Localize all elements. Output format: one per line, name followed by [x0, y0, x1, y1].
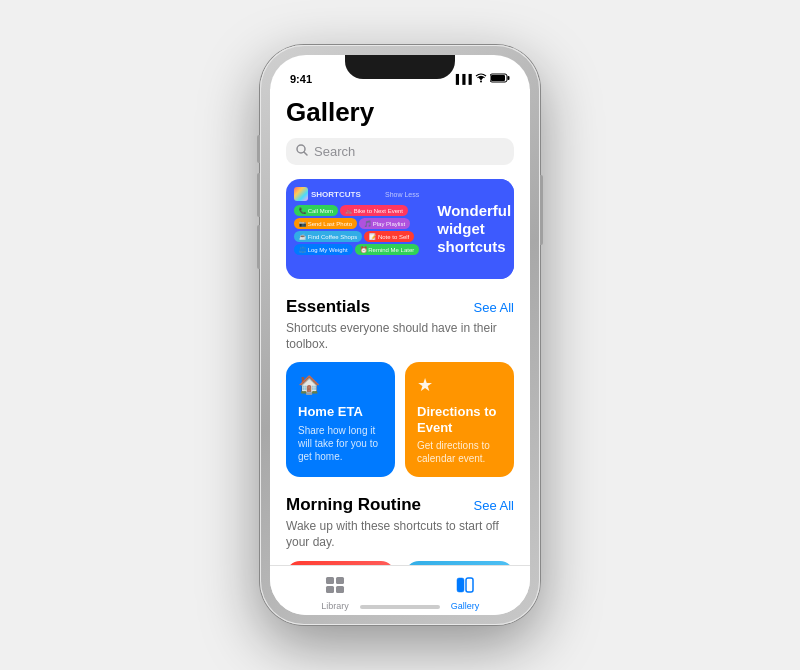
volume-down-button: [257, 225, 260, 269]
morning-title: Morning Routine: [286, 495, 421, 515]
directions-event-card[interactable]: ★ Directions to Event Get directions to …: [405, 362, 514, 477]
essentials-see-all[interactable]: See All: [474, 300, 514, 315]
hero-left-panel: SHORTCUTS Show Less 📞 Call Mom 🚲 Bike to…: [286, 179, 427, 279]
essentials-cards: 🏠 Home ETA Share how long it will take f…: [286, 362, 514, 477]
battery-icon: [490, 73, 510, 85]
shortcut-pill-bike-event[interactable]: 🚲 Bike to Next Event: [340, 205, 408, 216]
status-icons: ▐▐▐: [453, 73, 510, 85]
morning-description: Wake up with these shortcuts to start of…: [286, 519, 514, 550]
morning-card-1[interactable]: ⏰: [286, 561, 395, 565]
shortcut-row-2: 📷 Send Last Photo 🎵 Play Playlist: [294, 218, 419, 229]
search-placeholder: Search: [314, 144, 355, 159]
shortcuts-logo: SHORTCUTS: [294, 187, 361, 201]
home-eta-desc: Share how long it will take for you to g…: [298, 424, 383, 463]
gallery-tab-icon: [455, 576, 475, 599]
directions-icon: ★: [417, 374, 502, 396]
gallery-tab-label: Gallery: [451, 601, 480, 611]
shortcuts-header: SHORTCUTS Show Less: [294, 187, 419, 201]
essentials-section-header: Essentials See All: [286, 297, 514, 317]
search-bar[interactable]: Search: [286, 138, 514, 165]
shortcut-row-4: ⚖️ Log My Weight ⏰ Remind Me Later: [294, 244, 419, 255]
essentials-description: Shortcuts everyone should have in their …: [286, 321, 514, 352]
svg-rect-3: [491, 75, 505, 81]
svg-rect-8: [326, 586, 334, 593]
directions-desc: Get directions to calendar event.: [417, 439, 502, 465]
shortcut-pill-call-mom[interactable]: 📞 Call Mom: [294, 205, 338, 216]
svg-line-5: [304, 152, 307, 155]
shortcut-pill-weight[interactable]: ⚖️ Log My Weight: [294, 244, 353, 255]
shortcut-pill-send-photo[interactable]: 📷 Send Last Photo: [294, 218, 357, 229]
svg-point-0: [480, 81, 482, 83]
shortcuts-app-icon: [294, 187, 308, 201]
morning-card-2[interactable]: ✂️: [405, 561, 514, 565]
page-title: Gallery: [286, 97, 514, 128]
svg-rect-6: [326, 577, 334, 584]
screen-content: Gallery Search: [270, 89, 530, 565]
library-tab-label: Library: [321, 601, 349, 611]
phone-frame: 9:41 ▐▐▐: [260, 45, 540, 625]
home-eta-title: Home ETA: [298, 404, 383, 420]
svg-rect-7: [336, 577, 344, 584]
morning-see-all[interactable]: See All: [474, 498, 514, 513]
phone-screen: 9:41 ▐▐▐: [270, 55, 530, 615]
shortcut-pill-note[interactable]: 📝 Note to Self: [364, 231, 414, 242]
shortcut-pill-playlist[interactable]: 🎵 Play Playlist: [359, 218, 410, 229]
power-button: [540, 175, 543, 245]
hero-right-panel: Wonderful widget shortcuts: [427, 179, 514, 279]
notch: [345, 55, 455, 79]
shortcuts-brand-label: SHORTCUTS: [311, 190, 361, 199]
home-eta-icon: 🏠: [298, 374, 383, 396]
status-time: 9:41: [290, 73, 312, 85]
shortcut-pill-coffee[interactable]: ☕ Find Coffee Shops: [294, 231, 362, 242]
shortcut-pill-remind[interactable]: ⏰ Remind Me Later: [355, 244, 420, 255]
show-less-link[interactable]: Show Less: [385, 191, 419, 198]
wifi-icon: [475, 73, 487, 85]
library-tab-icon: [325, 576, 345, 599]
hero-banner[interactable]: SHORTCUTS Show Less 📞 Call Mom 🚲 Bike to…: [286, 179, 514, 279]
svg-rect-10: [457, 578, 464, 592]
essentials-title: Essentials: [286, 297, 370, 317]
search-icon: [296, 144, 308, 159]
shortcut-pills-list: 📞 Call Mom 🚲 Bike to Next Event 📷 Send L…: [294, 205, 419, 255]
svg-rect-9: [336, 586, 344, 593]
hero-tagline: Wonderful widget shortcuts: [437, 202, 511, 256]
svg-rect-11: [466, 578, 473, 592]
home-eta-card[interactable]: 🏠 Home ETA Share how long it will take f…: [286, 362, 395, 477]
volume-up-button: [257, 173, 260, 217]
svg-rect-2: [508, 76, 510, 80]
shortcut-row-1: 📞 Call Mom 🚲 Bike to Next Event: [294, 205, 419, 216]
signal-icon: ▐▐▐: [453, 74, 472, 84]
directions-title: Directions to Event: [417, 404, 502, 435]
home-indicator: [360, 605, 440, 609]
shortcut-row-3: ☕ Find Coffee Shops 📝 Note to Self: [294, 231, 419, 242]
morning-section-header: Morning Routine See All: [286, 495, 514, 515]
scroll-area[interactable]: Gallery Search: [270, 89, 530, 565]
mute-button: [257, 135, 260, 163]
